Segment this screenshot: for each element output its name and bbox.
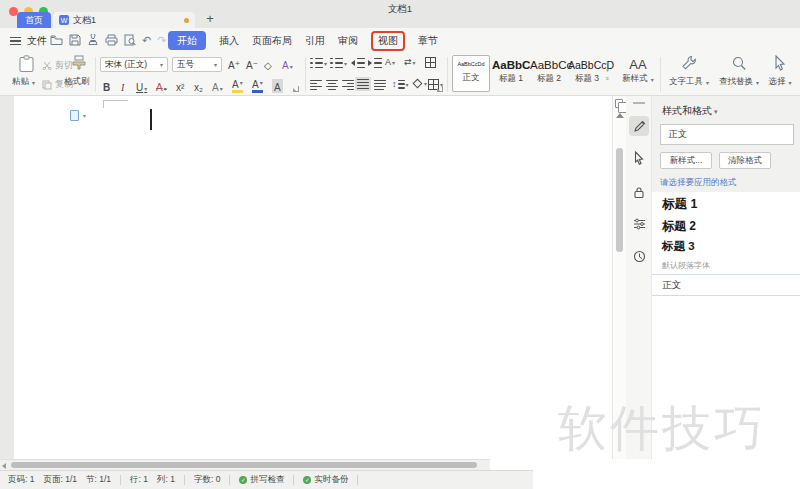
font-color-button[interactable]: A▾: [252, 79, 263, 93]
file-menu[interactable]: 文件: [27, 34, 47, 48]
new-style-button[interactable]: AA 新样式: [616, 56, 660, 85]
shading-button[interactable]: ▾: [412, 79, 427, 88]
print-preview-icon[interactable]: [124, 34, 136, 46]
text-tool-button[interactable]: 文字工具: [666, 55, 712, 88]
collapse-panel-icon[interactable]: [633, 102, 645, 104]
export-pdf-icon[interactable]: [87, 34, 99, 46]
wordart-button[interactable]: A▾: [212, 79, 223, 93]
style-heading3[interactable]: AaBbCcD 标题 3: [568, 57, 606, 85]
format-painter-icon[interactable]: [70, 55, 88, 77]
line-spacing-button[interactable]: ↕▾: [392, 79, 409, 89]
justify-icon[interactable]: [355, 77, 371, 91]
pages-toggle-icon[interactable]: [615, 99, 623, 108]
strikethrough-button[interactable]: A▾: [156, 79, 167, 93]
decrease-font-button[interactable]: A⁻: [246, 57, 258, 71]
char-shading-button[interactable]: A: [272, 79, 283, 93]
horizontal-scrollbar-thumb[interactable]: [11, 462, 477, 468]
tab-view-annotated[interactable]: 视图: [371, 31, 405, 51]
style-gallery-scroll[interactable]: ▴▾≡: [606, 59, 609, 81]
align-center-icon[interactable]: [326, 80, 338, 90]
style-list-heading2[interactable]: 标题 2: [662, 218, 696, 235]
status-word-count[interactable]: 字数: 0: [194, 474, 220, 486]
paragraph-flow-button[interactable]: ⇄▾: [404, 57, 416, 67]
align-right-icon[interactable]: [342, 80, 354, 90]
distribute-icon[interactable]: [374, 80, 386, 90]
tab-insert[interactable]: 插入: [219, 34, 239, 48]
document-tab-label: 文档1: [73, 14, 96, 27]
status-pages: 页面: 1/1: [43, 474, 77, 486]
highlight-color-button[interactable]: A▾: [232, 79, 243, 93]
new-tab-button[interactable]: +: [203, 11, 217, 27]
status-page-number: 页码: 1: [8, 474, 34, 486]
tab-section[interactable]: 章节: [418, 34, 438, 48]
protect-document-tab[interactable]: [629, 182, 649, 202]
print-icon[interactable]: [105, 34, 118, 46]
paragraph-dialog-launcher-icon[interactable]: [437, 86, 443, 92]
subscript-button[interactable]: x₂: [194, 79, 203, 93]
style-list-normal-selected[interactable]: 正文: [652, 274, 800, 296]
style-list-heading3[interactable]: 标题 3: [662, 239, 695, 254]
paste-button[interactable]: 粘贴: [12, 76, 35, 88]
main-menu-icon[interactable]: [10, 37, 21, 45]
settings-tab[interactable]: [629, 214, 649, 234]
tab-references[interactable]: 引用: [305, 34, 325, 48]
text-effects-icon[interactable]: A▾: [282, 57, 293, 71]
scroll-left-icon[interactable]: [2, 463, 6, 469]
canvas-margin: [0, 96, 14, 459]
font-name-select[interactable]: 宋体 (正文)▾: [100, 57, 168, 72]
increase-font-button[interactable]: A⁺: [228, 57, 240, 71]
bullet-list-icon: [310, 58, 323, 68]
font-size-select[interactable]: 五号▾: [172, 57, 222, 72]
decrease-indent-icon[interactable]: [351, 58, 365, 68]
status-bar: 页码: 1 页面: 1/1 节: 1/1 行: 1 列: 1 字数: 0 ✓拼写…: [0, 470, 533, 489]
paste-icon[interactable]: [16, 55, 38, 77]
bold-button[interactable]: B: [103, 79, 110, 93]
clear-format-button[interactable]: 清除格式: [719, 152, 771, 169]
insert-table-icon[interactable]: [425, 57, 436, 68]
document-tab[interactable]: W 文档1: [53, 12, 195, 28]
backup-status[interactable]: ✓实时备份: [303, 474, 348, 486]
panel-title[interactable]: 样式和格式: [662, 104, 717, 118]
tab-page-layout[interactable]: 页面布局: [252, 34, 292, 48]
increase-indent-icon[interactable]: [368, 58, 382, 68]
current-style-box[interactable]: 正文: [660, 124, 794, 145]
style-normal[interactable]: AaBbCcDd 正文: [452, 55, 490, 92]
tab-home-start[interactable]: 开始: [168, 31, 206, 50]
styles-panel-tab[interactable]: [629, 116, 649, 136]
style-heading2[interactable]: AaBbCc 标题 2: [530, 57, 568, 85]
numbered-list-button[interactable]: ▾: [330, 58, 347, 68]
new-style-panel-button[interactable]: 新样式...: [660, 152, 712, 169]
text-direction-button[interactable]: A▾: [385, 57, 395, 67]
margin-corner-mark: [103, 100, 128, 108]
redo-icon[interactable]: ↷: [157, 34, 166, 46]
style-heading1[interactable]: AaBbC 标题 1: [492, 57, 530, 85]
save-icon[interactable]: [69, 34, 81, 46]
status-line: 行: 1: [130, 474, 148, 486]
bullet-list-button[interactable]: ▾: [310, 58, 327, 68]
find-replace-button[interactable]: 查找替换: [716, 55, 762, 88]
spell-check-status[interactable]: ✓拼写检查: [239, 474, 284, 486]
scroll-up-icon[interactable]: [616, 113, 624, 118]
select-button[interactable]: 选择: [762, 55, 798, 88]
document-page[interactable]: [14, 96, 612, 459]
page-setup-icon[interactable]: [70, 110, 79, 121]
home-tab[interactable]: 首页: [17, 12, 51, 28]
cut-button[interactable]: 剪切: [42, 59, 73, 72]
clear-format-icon[interactable]: ◇: [264, 57, 272, 71]
format-painter-button[interactable]: 格式刷: [64, 76, 90, 88]
titlebar: 文档1 首页 W 文档1 +: [0, 0, 800, 28]
menu-row: 文件 ↶ ↷ 开始 插入 页面布局 引用 审阅 视图 章节: [0, 28, 800, 53]
history-tab[interactable]: [629, 246, 649, 266]
align-left-icon[interactable]: [310, 80, 322, 90]
open-icon[interactable]: [50, 34, 63, 46]
superscript-button[interactable]: x²: [176, 79, 184, 93]
vertical-scrollbar-thumb[interactable]: [616, 148, 623, 252]
italic-button[interactable]: I: [121, 79, 124, 93]
tab-review[interactable]: 审阅: [338, 34, 358, 48]
horizontal-scrollbar[interactable]: [0, 459, 490, 470]
undo-icon[interactable]: ↶: [142, 34, 151, 46]
style-list-heading1[interactable]: 标题 1: [662, 196, 697, 213]
selection-pane-tab[interactable]: [629, 148, 649, 168]
font-dialog-launcher-icon[interactable]: [293, 86, 299, 92]
underline-button[interactable]: U▾: [136, 79, 147, 93]
